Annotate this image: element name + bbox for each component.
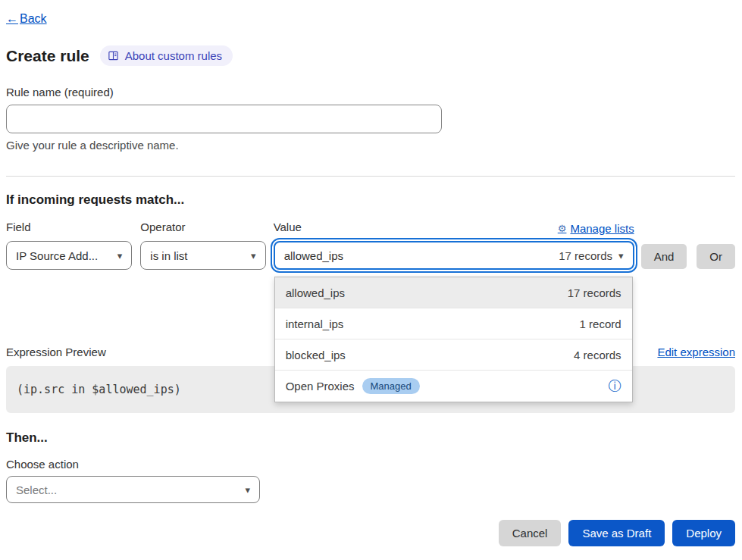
chevron-down-icon: ▾ [618, 250, 624, 261]
about-custom-rules-link[interactable]: About custom rules [100, 45, 233, 66]
then-section-heading: Then... [6, 430, 735, 446]
expression-preview-label: Expression Preview [6, 346, 106, 358]
info-icon[interactable]: ⓘ [609, 377, 621, 395]
value-dropdown-panel: allowed_ips 17 records internal_ips 1 re… [274, 277, 633, 402]
manage-lists-label: Manage lists [570, 222, 634, 235]
back-link-label: Back [20, 12, 47, 26]
dropdown-item-blocked-ips[interactable]: blocked_ips 4 records [275, 339, 632, 371]
title-row: Create rule About custom rules [6, 45, 735, 66]
field-label: Field [6, 221, 132, 236]
deploy-button[interactable]: Deploy [672, 520, 735, 546]
chevron-down-icon: ▾ [117, 250, 123, 261]
dropdown-item-open-proxies[interactable]: Open Proxies Managed ⓘ [275, 371, 632, 402]
field-select-value: IP Source Add... [16, 249, 98, 262]
list-record-count: 4 records [574, 349, 621, 361]
value-label: Value [274, 221, 302, 236]
or-button[interactable]: Or [697, 244, 735, 269]
field-select[interactable]: IP Source Add... ▾ [6, 241, 132, 270]
rule-name-label: Rule name (required) [6, 86, 735, 99]
back-link[interactable]: ←Back [6, 12, 47, 26]
operator-select[interactable]: is in list ▾ [140, 241, 265, 270]
list-record-count: 17 records [568, 286, 621, 299]
and-button[interactable]: And [641, 244, 687, 269]
list-name: blocked_ips [286, 349, 346, 361]
action-select-placeholder: Select... [16, 483, 57, 496]
footer-actions: Cancel Save as Draft Deploy [6, 520, 735, 546]
edit-expression-link[interactable]: Edit expression [657, 346, 735, 358]
list-name: internal_ips [286, 318, 344, 330]
manage-lists-link[interactable]: ⚙Manage lists [558, 222, 634, 235]
create-rule-page: ←Back Create rule About custom rules Rul… [0, 0, 742, 560]
operator-label: Operator [140, 221, 265, 236]
list-name: allowed_ips [286, 286, 345, 299]
gear-icon: ⚙ [558, 223, 567, 234]
operator-select-value: is in list [150, 249, 187, 262]
choose-action-label: Choose action [6, 458, 735, 471]
cancel-button[interactable]: Cancel [499, 520, 562, 546]
chevron-down-icon: ▾ [245, 484, 250, 496]
value-select-meta: 17 records [559, 249, 612, 262]
dropdown-item-allowed-ips[interactable]: allowed_ips 17 records [275, 277, 632, 308]
managed-badge: Managed [362, 378, 420, 394]
section-divider [6, 176, 735, 177]
about-custom-rules-label: About custom rules [125, 49, 222, 62]
action-select[interactable]: Select... ▾ [6, 476, 260, 503]
page-title: Create rule [6, 47, 89, 65]
expression-code: (ip.src in $allowed_ips) [17, 383, 181, 396]
book-icon [108, 50, 119, 61]
rule-name-helper: Give your rule a descriptive name. [6, 139, 735, 152]
rule-name-input[interactable] [6, 105, 442, 133]
value-select-selected: allowed_ips [284, 249, 343, 262]
condition-row: Field IP Source Add... ▾ Operator is in … [6, 221, 735, 270]
match-section-heading: If incoming requests match... [6, 192, 735, 208]
list-name: Open Proxies [286, 380, 355, 393]
save-as-draft-button[interactable]: Save as Draft [568, 520, 665, 546]
back-arrow-icon: ← [6, 12, 18, 26]
chevron-down-icon: ▾ [251, 250, 256, 261]
value-select[interactable]: allowed_ips 17 records ▾ [274, 241, 634, 270]
dropdown-item-internal-ips[interactable]: internal_ips 1 record [275, 308, 632, 339]
list-record-count: 1 record [580, 318, 621, 330]
